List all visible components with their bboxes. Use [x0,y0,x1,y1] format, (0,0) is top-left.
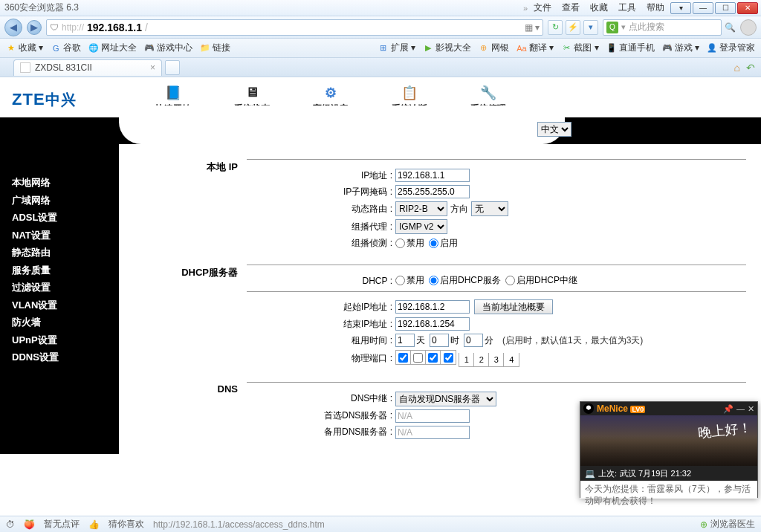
search-box[interactable]: Q▾ 点此搜索 [603,19,722,36]
bookmark-2[interactable]: 🌐网址大全 [88,42,137,54]
menu-tools[interactable]: 工具 [618,1,636,14]
bookmark-0[interactable]: ★收藏 ▾ [6,42,43,54]
dropdown-button[interactable]: ▾ [583,20,598,35]
back-button[interactable]: ◀ [4,19,22,36]
new-tab-button[interactable] [165,60,180,75]
input-dns-primary[interactable] [395,409,470,423]
minimize-button[interactable]: — [693,2,713,14]
sidebar-item-8[interactable]: 防火墙 [0,314,119,331]
tab-active[interactable]: ZXDSL 831CII × [13,59,162,76]
input-dns-secondary[interactable] [395,426,470,439]
sidebar-item-5[interactable]: 服务质量 [0,262,119,279]
sidebar-item-3[interactable]: NAT设置 [0,227,119,244]
url-protocol: http:// [62,22,84,33]
input-dhcp-end[interactable] [395,317,470,331]
search-button[interactable]: 🔍 [725,22,736,33]
tray-button[interactable]: ▾ [670,2,691,14]
status-url: http://192.168.1.1/access/access_ddns.ht… [153,519,325,530]
popup-close-icon[interactable]: ✕ [748,404,754,414]
url-box[interactable]: 🛡 http://192.168.1.1/ ▦ ▾ [46,19,543,36]
toolbar-item-4[interactable]: ✂截图 ▾ [561,42,598,54]
input-ip[interactable] [395,169,470,182]
sidebar-item-9[interactable]: UPnP设置 [0,331,119,349]
forward-button[interactable]: ▶ [27,20,42,35]
select-mproxy[interactable]: IGMP v2 [395,219,447,234]
status-nocomment: 暂无点评 [44,518,80,531]
url-host: 192.168.1.1 [87,22,142,33]
physical-port-checks [395,350,456,365]
toolbar-item-5[interactable]: 📱直通手机 [606,42,655,54]
url-input[interactable] [151,22,522,33]
input-dhcp-start[interactable] [395,300,470,314]
sidebar-item-2[interactable]: ADSL设置 [0,209,119,227]
bookmark-bar: ★收藏 ▾G谷歌🌐网址大全🎮游戏中心📁链接 ⊞扩展 ▾▶影视大全⊕网银Aa翻译 … [0,39,761,58]
black-divider: 语言 中文 [0,117,761,144]
sidebar-item-10[interactable]: DDNS设置 [0,348,119,366]
tab-close-icon[interactable]: × [150,62,155,73]
fruit-icon[interactable]: 🍑 [24,519,35,530]
toolbar-item-0[interactable]: ⊞扩展 ▾ [378,42,415,54]
user-avatar[interactable] [740,19,757,36]
maximize-button[interactable]: ☐ [715,2,736,14]
check-port-4 [444,353,453,363]
bookmark-3[interactable]: 🎮游戏中心 [144,42,192,54]
toolbar-item-2[interactable]: ⊕网银 [479,42,509,54]
speed-icon[interactable]: ⏱ [6,519,15,530]
qq-popup: MeNice LV0 📌 — ✕ 晚上好！ 💻上次: 武汉 7月19日 21:3… [580,401,758,498]
toolbar-item-3[interactable]: Aa翻译 ▾ [516,42,554,54]
shield-icon: 🛡 [50,22,59,33]
window-title: 360安全浏览器 6.3 [3,1,523,14]
select-dns-relay[interactable]: 自动发现DNS服务器 [395,392,496,406]
radio-dhcp-disable[interactable]: 禁用 [395,274,424,287]
sidebar-item-7[interactable]: VLAN设置 [0,296,119,314]
menu-help[interactable]: 帮助 [647,1,664,14]
menu-favorites[interactable]: 收藏 [590,1,608,14]
tab-bar: ZXDSL 831CII × ⌂ ↶ [0,58,761,77]
section-dhcp-title: DHCP服务器 [163,265,238,374]
select-dynroute[interactable]: RIP2-B [395,201,447,216]
toolbar-item-1[interactable]: ▶影视大全 [423,42,471,54]
input-lease-min[interactable] [464,334,483,347]
select-direction[interactable]: 无 [471,201,508,216]
popup-pin-icon[interactable]: 📌 [723,404,734,414]
restore-icon[interactable]: ↶ [746,62,755,74]
tab-title: ZXDSL 831CII [35,62,92,73]
lang-select[interactable]: 中文 [537,122,571,137]
close-button[interactable]: ✕ [737,2,758,14]
sidebar: 本地网络广域网络ADSL设置NAT设置静态路由服务质量过滤设置VLAN设置防火墙… [0,144,119,454]
status-bar: ⏱ 🍑 暂无点评 👍 猜你喜欢 http://192.168.1.1/acces… [0,516,761,532]
bookmark-1[interactable]: G谷歌 [51,42,81,54]
thumb-icon[interactable]: 👍 [88,519,100,530]
sidebar-item-4[interactable]: 静态路由 [0,244,119,262]
radio-dhcp-server[interactable]: 启用DHCP服务 [429,274,501,287]
radio-msnoop-disable[interactable]: 禁用 [395,237,424,250]
popup-min-icon[interactable]: — [736,404,745,413]
refresh-button[interactable]: ↻ [548,20,563,35]
home-icon[interactable]: ⌂ [734,62,740,74]
barcode-icon[interactable]: ▦ ▾ [525,22,540,33]
bookmark-4[interactable]: 📁链接 [200,42,230,54]
menu-view[interactable]: 查看 [562,1,580,14]
status-doctor: 浏览器医生 [710,518,755,531]
popup-location: 💻上次: 武汉 7月19日 21:32 [580,466,757,481]
input-lease-day[interactable] [395,334,415,347]
window-titlebar: 360安全浏览器 6.3 » 文件 查看 收藏 工具 帮助 ▾ — ☐ ✕ [0,0,761,16]
button-pool-summary[interactable]: 当前地址池概要 [474,299,553,314]
sidebar-item-6[interactable]: 过滤设置 [0,279,119,296]
input-mask[interactable] [395,185,470,198]
toolbar-item-7[interactable]: 👤登录管家 [707,42,755,54]
window-menu: 文件 查看 收藏 工具 帮助 [534,1,664,14]
doctor-icon[interactable]: ⊕ [700,519,707,530]
input-lease-hour[interactable] [430,334,449,347]
check-port-2 [413,353,423,363]
popup-message: 今天为您提供：雷霆暴风（7天），参与活动即有机会获得！ [580,481,757,499]
toolbar-item-6[interactable]: 🎮游戏 ▾ [662,42,699,54]
sidebar-item-1[interactable]: 广域网络 [0,192,119,210]
section-dns-title: DNS [163,382,238,447]
lightning-button[interactable]: ⚡ [566,20,580,35]
section-lan-title: 本地 IP [163,159,238,257]
menu-file[interactable]: 文件 [534,1,551,14]
radio-dhcp-relay[interactable]: 启用DHCP中继 [505,274,577,287]
radio-msnoop-enable[interactable]: 启用 [429,237,458,250]
sidebar-item-0[interactable]: 本地网络 [0,174,119,192]
